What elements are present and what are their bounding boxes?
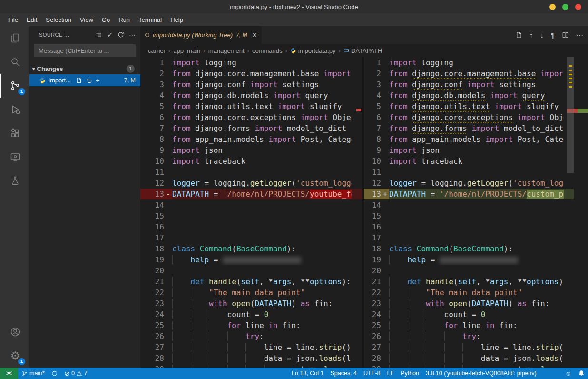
- line-gutter[interactable]: 2: [364, 68, 389, 79]
- extensions-icon[interactable]: [0, 121, 29, 145]
- code-line-16[interactable]: 16: [140, 221, 362, 232]
- code-text[interactable]: "The main data point": [389, 287, 564, 298]
- code-text[interactable]: "The main data point": [172, 287, 352, 298]
- line-gutter[interactable]: 25: [364, 320, 389, 331]
- source-control-icon[interactable]: 1: [0, 74, 29, 98]
- problems-status[interactable]: ⊘ 0 ⚠ 7: [61, 368, 90, 379]
- code-line-17[interactable]: 17: [140, 232, 362, 243]
- line-gutter[interactable]: 17: [140, 232, 172, 243]
- code-text[interactable]: with open(DATAPATH) as fin:: [172, 298, 352, 309]
- close-window-button[interactable]: [575, 4, 581, 10]
- settings-gear-icon[interactable]: ⚙ 1: [0, 344, 29, 368]
- code-line-26[interactable]: 26 try:: [364, 331, 588, 342]
- code-line-12[interactable]: 12logger = logging.getLogger('custom_log…: [140, 178, 362, 189]
- code-line-7[interactable]: 7from django.forms import model_to_dict: [140, 123, 362, 134]
- code-text[interactable]: line = line.strip(): [389, 342, 564, 353]
- line-gutter[interactable]: 27: [140, 342, 172, 353]
- line-gutter[interactable]: 8: [140, 134, 172, 145]
- code-text[interactable]: from django.forms import model_to_dict: [389, 123, 564, 134]
- maximize-button[interactable]: [562, 4, 568, 10]
- line-gutter[interactable]: 15: [140, 210, 172, 221]
- toggle-whitespace-icon[interactable]: ¶: [551, 31, 555, 39]
- code-text[interactable]: class Command(BaseCommand):: [172, 243, 352, 254]
- tab-importdata-working-tree[interactable]: importdata.py (Working Tree) 7, M ×: [140, 26, 262, 44]
- line-gutter[interactable]: 5: [364, 101, 389, 112]
- next-change-icon[interactable]: ↓: [540, 31, 544, 39]
- code-text[interactable]: import logging: [172, 57, 352, 68]
- line-gutter[interactable]: 8: [364, 134, 389, 145]
- sync-status[interactable]: [48, 368, 61, 379]
- feedback-icon[interactable]: ☺: [562, 368, 575, 379]
- line-gutter[interactable]: 3: [140, 79, 172, 90]
- line-gutter[interactable]: 3: [364, 79, 389, 90]
- code-line-28[interactable]: 28 data = json.loads(line): [140, 353, 362, 364]
- code-text[interactable]: [389, 232, 564, 243]
- python-interpreter[interactable]: 3.8.10 ('youtube-fetch-VQ008Afd': pipenv…: [422, 368, 540, 379]
- code-text[interactable]: [172, 221, 352, 232]
- code-line-19[interactable]: 19 help =: [364, 254, 588, 265]
- code-line-26[interactable]: 26 try:: [140, 331, 362, 342]
- more-actions-icon[interactable]: ⋯: [129, 31, 136, 39]
- code-text[interactable]: from app_main.models import Post, Catego…: [172, 134, 352, 145]
- code-line-20[interactable]: 20: [140, 265, 362, 276]
- code-text[interactable]: [172, 232, 352, 243]
- line-gutter[interactable]: 4: [364, 90, 389, 101]
- code-text[interactable]: help =: [389, 254, 564, 265]
- line-gutter[interactable]: 16: [140, 221, 172, 232]
- breadcrumb-item-importdata-py[interactable]: importdata.py: [290, 47, 336, 54]
- code-line-4[interactable]: 4from django.db.models import query: [140, 90, 362, 101]
- line-gutter[interactable]: 29: [364, 364, 389, 368]
- code-text[interactable]: help =: [172, 254, 352, 265]
- code-text[interactable]: logger = logging.getLogger('custom_logge…: [172, 178, 352, 189]
- line-gutter[interactable]: 14: [364, 199, 389, 210]
- refresh-icon[interactable]: [118, 31, 124, 38]
- code-text[interactable]: [389, 221, 564, 232]
- line-gutter[interactable]: 28: [364, 353, 389, 364]
- code-text[interactable]: from django.utils.text import slugify: [172, 101, 352, 112]
- line-gutter[interactable]: 10: [140, 156, 172, 167]
- code-text[interactable]: count += 1: [389, 364, 564, 368]
- code-text[interactable]: from django.db.models import query: [389, 90, 564, 101]
- code-line-9[interactable]: 9import json: [364, 145, 588, 156]
- line-gutter[interactable]: 17: [364, 232, 389, 243]
- code-line-22[interactable]: 22 "The main data point": [364, 287, 588, 298]
- code-text[interactable]: from django.core.management.base import …: [389, 68, 564, 79]
- code-text[interactable]: import traceback: [389, 156, 564, 167]
- line-gutter[interactable]: 26: [140, 331, 172, 342]
- menu-file[interactable]: File: [4, 13, 22, 26]
- code-text[interactable]: count += 1: [172, 364, 352, 368]
- code-line-22[interactable]: 22 "The main data point": [140, 287, 362, 298]
- code-line-10[interactable]: 10import traceback: [364, 156, 588, 167]
- code-text[interactable]: from django.db.models import query: [172, 90, 352, 101]
- menu-help[interactable]: Help: [166, 13, 187, 26]
- commit-icon[interactable]: ✓: [107, 31, 113, 39]
- code-line-25[interactable]: 25 for line in fin:: [364, 320, 588, 331]
- code-text[interactable]: data = json.loads(line): [389, 353, 564, 364]
- branch-status[interactable]: main*: [18, 368, 48, 379]
- menu-edit[interactable]: Edit: [22, 13, 41, 26]
- menu-terminal[interactable]: Terminal: [134, 13, 166, 26]
- remote-indicator[interactable]: ><: [0, 368, 18, 379]
- code-line-28[interactable]: 28 data = json.loads(line): [364, 353, 588, 364]
- changed-file-row[interactable]: import... + 7, M: [29, 74, 140, 86]
- code-line-23[interactable]: 23 with open(DATAPATH) as fin:: [364, 298, 588, 309]
- line-gutter[interactable]: 23: [140, 298, 172, 309]
- code-line-5[interactable]: 5from django.utils.text import slugify: [140, 101, 362, 112]
- code-line-23[interactable]: 23 with open(DATAPATH) as fin:: [140, 298, 362, 309]
- code-line-21[interactable]: 21 def handle(self, *args, **options):: [364, 276, 588, 287]
- breadcrumb-item-datapath[interactable]: DATAPATH: [343, 47, 382, 54]
- breadcrumb-item-carrier[interactable]: carrier: [148, 47, 166, 54]
- line-gutter[interactable]: 7: [140, 123, 172, 134]
- explorer-icon[interactable]: [0, 26, 29, 50]
- code-text[interactable]: logger = logging.getLogger('custom_logge…: [389, 178, 564, 189]
- code-line-18[interactable]: 18class Command(BaseCommand):: [364, 243, 588, 254]
- line-gutter[interactable]: 12: [364, 178, 389, 189]
- code-text[interactable]: from django.forms import model_to_dict: [172, 123, 352, 134]
- code-line-24[interactable]: 24 count = 0: [140, 309, 362, 320]
- code-line-3[interactable]: 3from django.conf import settings: [364, 79, 588, 90]
- code-text[interactable]: import traceback: [172, 156, 352, 167]
- line-gutter[interactable]: 11: [140, 167, 172, 178]
- line-gutter[interactable]: 5: [140, 101, 172, 112]
- line-gutter[interactable]: 22: [140, 287, 172, 298]
- menu-selection[interactable]: Selection: [41, 13, 75, 26]
